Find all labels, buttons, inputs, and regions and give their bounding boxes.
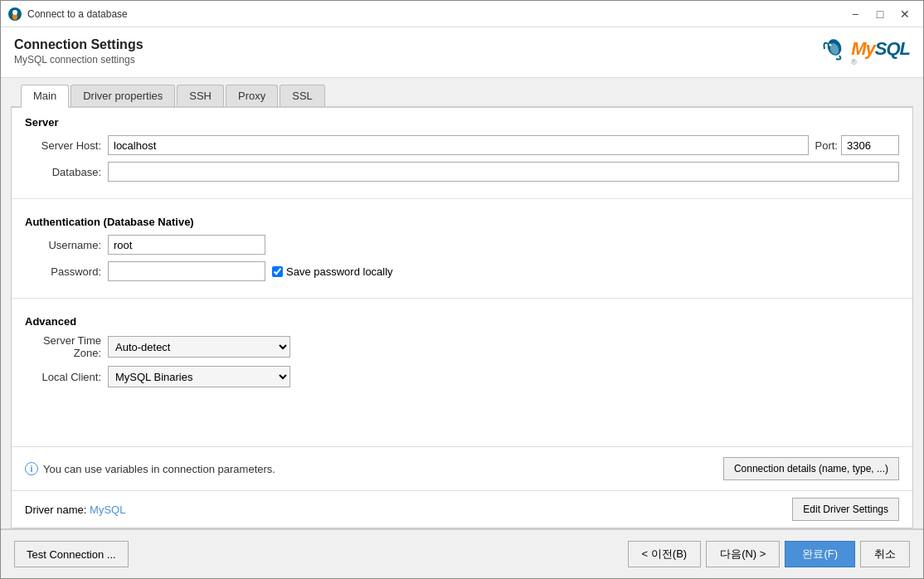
tab-main[interactable]: Main bbox=[21, 85, 69, 108]
svg-point-5 bbox=[829, 44, 832, 46]
title-bar: Connect to a database − □ ✕ bbox=[1, 1, 923, 27]
mysql-logo-sub: ® bbox=[851, 58, 858, 66]
main-wrapper: Main Driver properties SSH Proxy SSL Ser… bbox=[1, 78, 923, 528]
main-window: Connect to a database − □ ✕ Connection S… bbox=[0, 0, 924, 579]
username-row: Username: bbox=[25, 235, 899, 255]
info-icon: i bbox=[25, 462, 38, 475]
local-client-row: Local Client: MySQL Binaries Custom bbox=[25, 366, 899, 387]
mysql-logo-text: MySQL bbox=[851, 40, 910, 58]
advanced-section-title: Advanced bbox=[25, 315, 899, 328]
timezone-label: Server Time Zone: bbox=[25, 334, 108, 359]
timezone-select[interactable]: Auto-detect UTC US/Eastern US/Pacific Eu… bbox=[108, 336, 290, 358]
edit-driver-button[interactable]: Edit Driver Settings bbox=[792, 498, 899, 521]
server-host-row: Server Host: Port: bbox=[25, 135, 899, 155]
cancel-button[interactable]: 취소 bbox=[860, 541, 910, 567]
server-section-title: Server bbox=[25, 116, 899, 129]
save-password-row: Save password locally bbox=[272, 265, 393, 278]
header-title: Connection Settings bbox=[14, 37, 143, 52]
database-input[interactable] bbox=[108, 162, 899, 182]
timezone-row: Server Time Zone: Auto-detect UTC US/Eas… bbox=[25, 334, 899, 359]
content-panel: Server Server Host: Port: Database: Auth… bbox=[11, 108, 913, 528]
ok-button[interactable]: 완료(F) bbox=[785, 541, 855, 567]
header-subtitle: MySQL connection settings bbox=[14, 54, 143, 66]
mysql-logo-text-group: MySQL ® bbox=[851, 40, 910, 66]
prev-button[interactable]: < 이전(B) bbox=[628, 541, 702, 567]
auth-section: Authentication (Database Native) Usernam… bbox=[12, 207, 912, 293]
mysql-logo: MySQL ® bbox=[816, 37, 910, 69]
advanced-section: Advanced Server Time Zone: Auto-detect U… bbox=[12, 307, 912, 399]
info-bar: i You can use variables in connection pa… bbox=[12, 446, 912, 490]
mysql-dolphin-icon bbox=[816, 37, 848, 69]
test-connection-button[interactable]: Test Connection ... bbox=[14, 541, 129, 567]
tab-driver-properties[interactable]: Driver properties bbox=[71, 85, 175, 106]
local-client-select[interactable]: MySQL Binaries Custom bbox=[108, 366, 290, 387]
close-button[interactable]: ✕ bbox=[893, 4, 917, 24]
password-row: Password: Save password locally bbox=[25, 261, 899, 281]
auth-section-title: Authentication (Database Native) bbox=[25, 216, 899, 228]
tab-ssh[interactable]: SSH bbox=[177, 85, 224, 106]
local-client-label: Local Client: bbox=[25, 371, 108, 383]
database-row: Database: bbox=[25, 162, 899, 182]
bottom-bar: Test Connection ... < 이전(B) 다음(N) > 완료(F… bbox=[1, 528, 923, 578]
username-label: Username: bbox=[25, 239, 108, 251]
app-icon bbox=[7, 7, 22, 22]
connection-details-button[interactable]: Connection details (name, type, ...) bbox=[723, 457, 899, 480]
driver-bar: Driver name: MySQL Edit Driver Settings bbox=[12, 490, 912, 528]
username-input[interactable] bbox=[108, 235, 265, 255]
minimize-button[interactable]: − bbox=[844, 4, 867, 24]
bottom-right: < 이전(B) 다음(N) > 완료(F) 취소 bbox=[628, 541, 910, 567]
header: Connection Settings MySQL connection set… bbox=[1, 27, 923, 78]
password-input[interactable] bbox=[108, 261, 265, 281]
port-label: Port: bbox=[815, 139, 838, 152]
header-text: Connection Settings MySQL connection set… bbox=[14, 37, 143, 66]
server-section: Server Server Host: Port: Database: bbox=[12, 108, 912, 193]
save-password-checkbox[interactable] bbox=[272, 266, 283, 277]
tab-proxy[interactable]: Proxy bbox=[226, 85, 278, 106]
window-controls: − □ ✕ bbox=[844, 4, 917, 24]
database-label: Database: bbox=[25, 166, 108, 178]
window-title: Connect to a database bbox=[27, 8, 844, 20]
server-host-input[interactable] bbox=[108, 135, 809, 155]
tab-ssl[interactable]: SSL bbox=[280, 85, 325, 106]
password-label: Password: bbox=[25, 265, 108, 278]
info-text-group: i You can use variables in connection pa… bbox=[25, 462, 275, 475]
port-input[interactable] bbox=[841, 135, 899, 155]
maximize-button[interactable]: □ bbox=[868, 4, 892, 24]
svg-point-2 bbox=[12, 10, 17, 15]
info-message: You can use variables in connection para… bbox=[43, 463, 275, 475]
server-host-label: Server Host: bbox=[25, 139, 108, 152]
driver-info: Driver name: MySQL bbox=[25, 504, 125, 516]
spacer bbox=[12, 399, 912, 443]
bottom-left: Test Connection ... bbox=[14, 541, 129, 567]
tabs-bar: Main Driver properties SSH Proxy SSL bbox=[11, 78, 913, 108]
driver-label: Driver name: bbox=[25, 504, 86, 516]
next-button[interactable]: 다음(N) > bbox=[706, 541, 780, 567]
driver-value: MySQL bbox=[90, 504, 125, 516]
save-password-label[interactable]: Save password locally bbox=[286, 265, 393, 278]
